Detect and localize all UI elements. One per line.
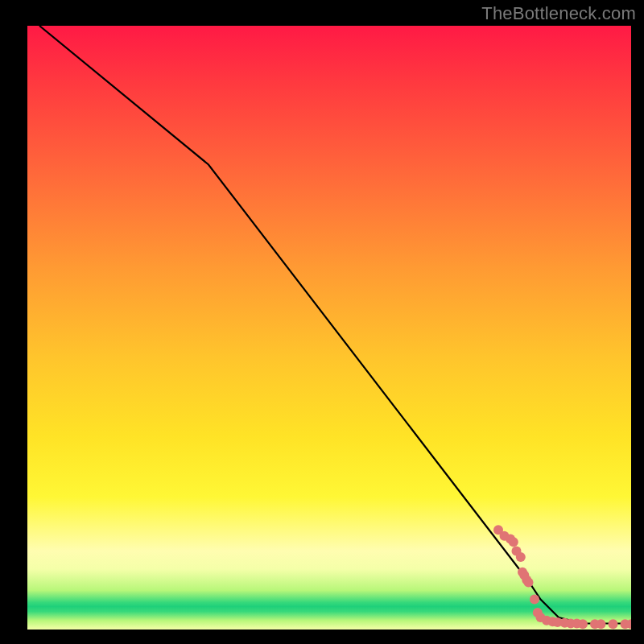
plot-area [27, 26, 631, 630]
data-point [509, 537, 518, 547]
plot-frame [27, 26, 631, 630]
data-points [493, 525, 631, 629]
data-point [524, 578, 534, 588]
data-point [530, 595, 539, 605]
watermark-text: TheBottleneck.com [481, 3, 636, 24]
bottleneck-curve [39, 26, 631, 624]
data-point [609, 619, 618, 629]
chart-stage: TheBottleneck.com [0, 0, 644, 644]
data-point [516, 552, 526, 562]
chart-overlay [27, 26, 631, 630]
data-point [578, 619, 588, 629]
data-point [597, 619, 606, 629]
